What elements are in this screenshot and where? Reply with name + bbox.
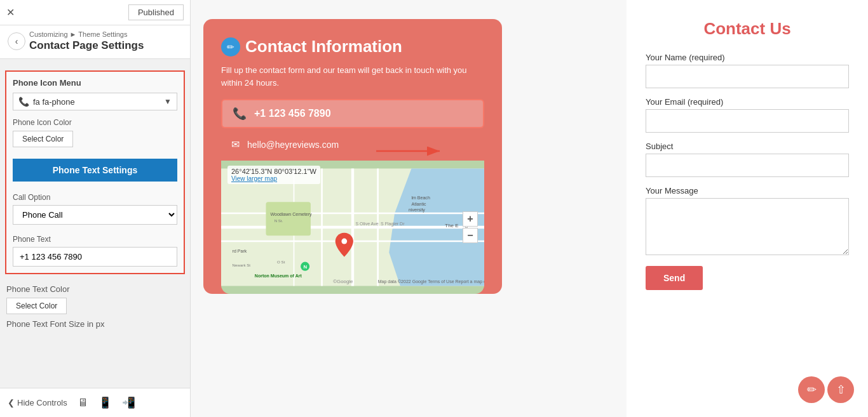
phone-row-icon: 📞 (233, 107, 247, 121)
svg-text:N: N (303, 264, 307, 270)
subject-field-group: Subject (646, 142, 849, 177)
phone-icon-color-label: Phone Icon Color (13, 118, 177, 127)
phone-icon-menu-label: Phone Icon Menu (13, 78, 177, 88)
subject-label: Subject (646, 142, 849, 151)
settings-scroll: Phone Icon Menu 📞 fa fa-phone ▼ Phone Ic… (0, 59, 190, 388)
svg-text:O St: O St (277, 260, 285, 264)
subject-input[interactable] (646, 154, 849, 177)
contact-us-title: Contact Us (646, 19, 849, 39)
card-header: ✏ Contact Information (221, 37, 484, 56)
name-field-group: Your Name (required) (646, 53, 849, 88)
zoom-in-button[interactable]: + (463, 211, 478, 227)
phone-number: +1 123 456 7890 (254, 108, 331, 119)
phone-text-input[interactable] (13, 247, 177, 267)
map-zoom-buttons: + − (463, 211, 478, 243)
phone-text-label: Phone Text (13, 235, 177, 244)
email-row: ✉ hello@heyreviews.com (221, 135, 484, 154)
bottom-bar: ❮ Hide Controls 🖥 📱 📲 (0, 388, 190, 417)
call-option-label: Call Option (13, 193, 177, 202)
email-field-group: Your Email (required) (646, 97, 849, 133)
email-text: hello@heyreviews.com (247, 140, 339, 150)
svg-text:niversity: niversity (409, 208, 425, 213)
mobile-icon[interactable]: 📲 (122, 396, 135, 409)
name-input[interactable] (646, 65, 849, 88)
svg-text:lm Beach: lm Beach (411, 195, 430, 200)
zoom-out-button[interactable]: − (463, 228, 478, 243)
card-description: Fill up the contact form and our team wi… (221, 64, 484, 89)
svg-text:Map data ©2022 Google   Terms : Map data ©2022 Google Terms of Use Repor… (378, 279, 484, 284)
tablet-icon[interactable]: 📱 (98, 396, 112, 409)
view-larger-map-link[interactable]: View larger map (231, 175, 316, 182)
right-form: Contact Us Your Name (required) Your Ema… (627, 0, 868, 417)
icon-select-text: fa fa-phone (33, 97, 164, 107)
fab-area: ✏ ⇧ (798, 376, 854, 403)
breadcrumb: Customizing ► Theme Settings Contact Pag… (29, 30, 144, 52)
svg-text:S Olive Ave: S Olive Ave (355, 222, 378, 226)
phone-text-font-label: Phone Text Font Size in px (6, 319, 184, 329)
svg-text:Norton Museum of Art: Norton Museum of Art (255, 274, 302, 278)
svg-text:rd Park: rd Park (233, 249, 247, 253)
map-area: 26°42'15.3"N 80°03'12.1"W View larger ma… (221, 161, 484, 294)
chevron-down-icon[interactable]: ▼ (164, 97, 172, 106)
preview-area: ✏ Contact Information Fill up the contac… (191, 0, 627, 417)
svg-text:Newark St: Newark St (233, 263, 251, 267)
red-section: Phone Icon Menu 📞 fa fa-phone ▼ Phone Ic… (5, 70, 185, 274)
message-label: Your Message (646, 186, 849, 195)
main-content: ✏ Contact Information Fill up the contac… (191, 0, 868, 417)
message-textarea[interactable] (646, 198, 849, 255)
top-bar: ✕ Published (0, 0, 190, 25)
phone-row-highlighted[interactable]: 📞 +1 123 456 7890 (221, 99, 484, 128)
svg-text:S Flagler Dr: S Flagler Dr (381, 222, 405, 227)
svg-text:N St.: N St. (275, 218, 283, 223)
phone-text-color-label: Phone Text Color (6, 284, 184, 294)
phone-icon: 📞 (18, 96, 29, 107)
contact-info-card: ✏ Contact Information Fill up the contac… (203, 19, 502, 294)
call-option-select[interactable]: Phone Call Text (13, 205, 177, 225)
published-button[interactable]: Published (128, 4, 184, 20)
left-panel: ✕ Published ‹ Customizing ► Theme Settin… (0, 0, 191, 417)
svg-text:©Google: ©Google (333, 279, 353, 284)
contact-info-title: Contact Information (245, 37, 402, 56)
phone-text-settings-button[interactable]: Phone Text Settings (13, 159, 177, 182)
svg-text:The E: The E (445, 223, 458, 228)
message-field-group: Your Message (646, 186, 849, 257)
name-label: Your Name (required) (646, 53, 849, 62)
close-button[interactable]: ✕ (6, 6, 15, 18)
map-coords: 26°42'15.3"N 80°03'12.1"W View larger ma… (227, 166, 320, 184)
send-button[interactable]: Send (646, 266, 703, 290)
email-icon: ✉ (231, 138, 240, 150)
svg-rect-11 (266, 202, 310, 235)
chevron-left-icon: ❮ (8, 398, 15, 407)
back-button[interactable]: ‹ (8, 32, 25, 50)
svg-text:Woodlawn Cemetery: Woodlawn Cemetery (271, 212, 313, 217)
icon-select-row[interactable]: 📞 fa fa-phone ▼ (13, 93, 177, 110)
svg-text:Atlantic: Atlantic (411, 202, 426, 206)
svg-point-15 (341, 239, 347, 244)
below-section: Phone Text Color Select Color Phone Text… (0, 279, 190, 338)
edit-icon: ✏ (227, 42, 234, 52)
hide-controls-button[interactable]: ❮ Hide Controls (8, 398, 67, 407)
edit-icon-circle: ✏ (221, 37, 240, 56)
select-color-button-2[interactable]: Select Color (6, 298, 67, 314)
desktop-icon[interactable]: 🖥 (78, 397, 88, 409)
select-color-button-1[interactable]: Select Color (13, 131, 73, 147)
email-input[interactable] (646, 109, 849, 133)
page-title: Contact Page Settings (29, 39, 144, 52)
fab-edit-button[interactable]: ✏ (798, 376, 825, 403)
breadcrumb-area: ‹ Customizing ► Theme Settings Contact P… (0, 25, 190, 59)
email-label: Your Email (required) (646, 97, 849, 107)
fab-up-button[interactable]: ⇧ (827, 376, 854, 403)
